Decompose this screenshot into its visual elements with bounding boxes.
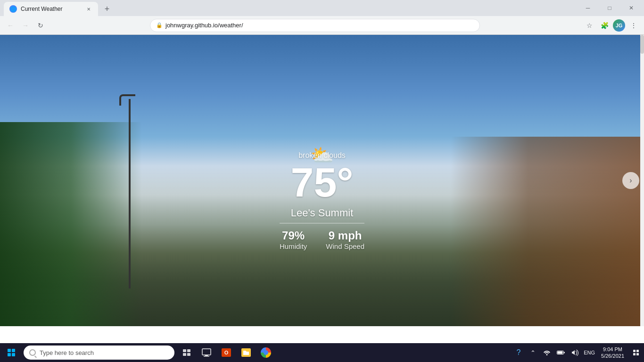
menu-button[interactable]: ⋮ [627,19,640,32]
close-button[interactable]: ✕ [620,0,642,16]
forward-button[interactable]: → [19,19,32,32]
svg-rect-16 [636,353,639,355]
clock-time: 9:04 PM [603,346,622,353]
help-tray-icon[interactable]: ? [512,343,525,362]
weather-city: Lee's Summit [280,207,364,219]
task-view-button[interactable] [177,343,196,362]
tab-close-button[interactable]: ✕ [85,5,92,13]
building-right [451,137,644,326]
search-icon [29,349,36,356]
svg-rect-6 [202,349,211,355]
svg-rect-4 [183,353,186,356]
humidity-label: Humidity [280,242,307,250]
svg-rect-14 [636,350,639,352]
back-button[interactable]: ← [4,19,17,32]
tree-left [0,122,142,326]
wind-value: 9 mph [326,229,364,242]
chrome-icon [261,347,271,358]
language-indicator[interactable]: ENG [583,343,595,362]
svg-rect-2 [183,349,186,352]
clock-date: 5/26/2021 [601,353,624,359]
tab-favicon: 🌐 [9,5,17,13]
weather-page: ⛅ broken clouds 75° Lee's Summit 79% Hum… [0,35,644,326]
weather-description: broken clouds [280,151,364,160]
svg-rect-15 [633,353,636,355]
notification-button[interactable] [630,343,642,362]
clock[interactable]: 9:04 PM 5/26/2021 [597,346,628,360]
svg-rect-3 [187,349,190,352]
lock-icon: 🔒 [156,22,163,28]
humidity-value: 79% [280,229,307,242]
weather-details: 79% Humidity 9 mph Wind Speed [280,229,364,250]
svg-text:🌐: 🌐 [10,6,17,12]
taskbar-search[interactable]: Type here to search [24,346,174,360]
url-bar[interactable]: 🔒 johnwgray.github.io/weather/ [150,19,480,32]
svg-rect-8 [204,356,209,357]
taskbar-icon-chrome[interactable] [256,343,275,362]
reload-button[interactable]: ↻ [34,19,47,32]
window-controls: ─ □ ✕ [577,0,644,16]
svg-rect-11 [558,352,563,354]
taskbar-icon-office[interactable]: O [217,343,236,362]
browser-frame: 🌐 Current Weather ✕ + ─ □ ✕ ← → ↻ 🔒 john… [0,0,644,326]
weather-overlay: broken clouds 75° Lee's Summit 79% Humid… [280,151,364,250]
url-text: johnwgray.github.io/weather/ [165,22,243,29]
new-tab-button[interactable]: + [100,2,114,16]
system-tray: ? ⌃ ENG 9:04 PM 5/26/2 [512,343,642,362]
svg-rect-13 [633,350,636,352]
taskbar-icon-files[interactable] [237,343,256,362]
toolbar-right: ☆ 🧩 JG ⋮ [583,19,640,32]
show-hidden-icons[interactable]: ⌃ [527,343,539,362]
lamp-post [129,99,131,288]
scrollbar[interactable] [640,35,644,326]
network-icon[interactable] [541,343,553,362]
scrollbar-thumb[interactable] [640,35,644,54]
tab-title: Current Weather [21,6,81,12]
tab-bar: 🌐 Current Weather ✕ + [0,0,577,16]
search-placeholder-text: Type here to search [40,349,94,356]
active-tab[interactable]: 🌐 Current Weather ✕ [4,2,98,16]
profile-avatar[interactable]: JG [613,19,625,32]
svg-rect-7 [205,355,208,356]
address-bar: ← → ↻ 🔒 johnwgray.github.io/weather/ ☆ 🧩… [0,16,644,35]
taskbar-icon-screen[interactable] [197,343,216,362]
svg-point-9 [546,354,548,355]
taskbar: Type here to search O ? ⌃ [0,343,644,362]
extensions-button[interactable]: 🧩 [598,19,611,32]
svg-rect-12 [564,352,565,354]
maximize-button[interactable]: □ [599,0,620,16]
minimize-button[interactable]: ─ [577,0,599,16]
wind-stat: 9 mph Wind Speed [326,229,364,250]
volume-icon[interactable] [569,343,581,362]
start-button[interactable] [2,343,21,362]
windows-logo-icon [8,349,15,356]
next-arrow-button[interactable]: › [622,172,639,189]
bookmark-button[interactable]: ☆ [583,19,596,32]
battery-icon[interactable] [555,343,567,362]
weather-divider [280,223,364,223]
weather-temperature: 75° [280,162,364,203]
title-bar: 🌐 Current Weather ✕ + ─ □ ✕ [0,0,644,16]
svg-rect-5 [187,353,190,356]
humidity-stat: 79% Humidity [280,229,307,250]
wind-label: Wind Speed [326,242,364,250]
